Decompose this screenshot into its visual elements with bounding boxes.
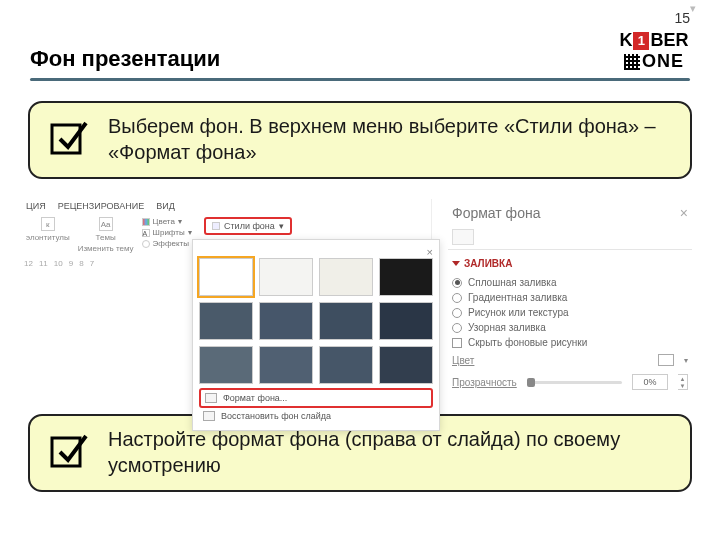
fill-option-label: Узорная заливка (468, 322, 546, 333)
radio-icon (452, 293, 462, 303)
style-thumbnail (379, 258, 433, 296)
fill-option: Рисунок или текстура (448, 305, 692, 320)
fonts-label: Шрифты (153, 228, 185, 237)
format-background-item-highlight: Формат фона... (199, 388, 433, 408)
logo: K 1 BER ONE (618, 30, 690, 72)
header-divider (30, 78, 690, 81)
ruler-tick: 9 (69, 259, 73, 268)
fill-option: Градиентная заливка (448, 290, 692, 305)
fill-option: Узорная заливка (448, 320, 692, 335)
transparency-slider (527, 381, 622, 384)
radio-selected-icon (452, 278, 462, 288)
ribbon-tabs: ЦИЯ РЕЦЕНЗИРОВАНИЕ ВИД (22, 199, 431, 215)
style-thumbnail (259, 302, 313, 340)
caret-down-icon (452, 261, 460, 266)
fill-option-label: Градиентная заливка (468, 292, 567, 303)
style-thumbnail (199, 302, 253, 340)
restore-bg-label: Восстановить фон слайда (221, 411, 331, 421)
effects-icon (142, 240, 150, 248)
ruler-tick: 10 (54, 259, 63, 268)
powerpoint-ribbon-screenshot: ЦИЯ РЕЦЕНЗИРОВАНИЕ ВИД к элонтитулы Aa Т… (22, 199, 432, 394)
pin-icon: ▾ (690, 2, 696, 15)
fill-option: Сплошная заливка (448, 275, 692, 290)
style-thumbnail (199, 346, 253, 384)
callout-1-text: Выберем фон. В верхнем меню выберите «Ст… (108, 113, 672, 165)
style-thumbnail (379, 346, 433, 384)
ribbon-block: к элонтитулы (26, 217, 70, 242)
themes-label: Темы (96, 233, 116, 242)
variant-options: Цвета▾ AШрифты▾ Эффекты▾ (142, 217, 196, 248)
fill-tool-icon (452, 229, 474, 245)
themes-block: Aa Темы Изменить тему (78, 217, 134, 253)
checkbox-checked-icon (48, 430, 88, 470)
ruler-tick: 7 (90, 259, 94, 268)
color-row: Цвет ▾ (448, 350, 692, 370)
pane-title: Формат фона (452, 205, 540, 221)
chevron-down-icon: ▾ (279, 221, 284, 231)
format-bg-icon (205, 393, 217, 403)
colors-label: Цвета (153, 217, 175, 226)
logo-badge-1: 1 (633, 32, 649, 50)
ribbon-tab: ВИД (156, 201, 175, 211)
ribbon-tab: РЕЦЕНЗИРОВАНИЕ (58, 201, 145, 211)
dropdown-close: × (199, 246, 433, 258)
style-thumbnail (259, 346, 313, 384)
format-bg-label: Формат фона... (223, 393, 287, 403)
fonts-icon: A (142, 229, 150, 237)
logo-ber: BER (650, 30, 688, 51)
colontitle-icon: к (41, 217, 55, 231)
header: Фон презентации K 1 BER ONE (0, 0, 720, 78)
page-number: 15 (674, 10, 690, 26)
hide-bg-checkbox: Скрыть фоновые рисунки (448, 335, 692, 350)
slider-thumb-icon (527, 378, 535, 387)
color-label: Цвет (452, 355, 474, 366)
style-thumbnail (319, 346, 373, 384)
page-title: Фон презентации (30, 46, 220, 72)
transparency-label: Прозрачность (452, 377, 517, 388)
fill-option-label: Сплошная заливка (468, 277, 556, 288)
spinner-icon: ▲▼ (678, 374, 688, 390)
ruler-tick: 8 (79, 259, 83, 268)
pane-section-header: ЗАЛИВКА (448, 256, 692, 275)
style-thumbnail (199, 258, 253, 296)
radio-icon (452, 323, 462, 333)
illustration-row: ЦИЯ РЕЦЕНЗИРОВАНИЕ ВИД к элонтитулы Aa Т… (0, 199, 720, 394)
ruler-tick: 12 (24, 259, 33, 268)
callout-2-text: Настройте формат фона (справа от слайда)… (108, 426, 672, 478)
ruler-tick: 11 (39, 259, 48, 268)
themes-aa-icon: Aa (99, 217, 113, 231)
restore-bg-icon (203, 411, 215, 421)
chevron-down-icon: ▾ (684, 356, 688, 365)
pane-divider (448, 249, 692, 250)
effects-label: Эффекты (153, 239, 189, 248)
callout-1: Выберем фон. В верхнем меню выберите «Ст… (28, 101, 692, 179)
change-theme-label: Изменить тему (78, 244, 134, 253)
colors-icon (142, 218, 150, 226)
style-thumbnail (319, 302, 373, 340)
pane-section-label: ЗАЛИВКА (464, 258, 512, 269)
qr-icon (624, 54, 640, 70)
checkbox-icon (452, 338, 462, 348)
colontitle-label: элонтитулы (26, 233, 70, 242)
bg-styles-label: Стили фона (224, 221, 275, 231)
radio-icon (452, 308, 462, 318)
logo-letter-k: K (619, 30, 632, 51)
hide-bg-label: Скрыть фоновые рисунки (468, 337, 587, 348)
background-styles-button-highlight: Стили фона ▾ (204, 217, 292, 235)
bg-styles-icon (212, 222, 220, 230)
logo-one: ONE (642, 51, 684, 72)
style-thumbnail (259, 258, 313, 296)
style-grid (199, 258, 433, 384)
transparency-value: 0% (632, 374, 668, 390)
style-thumbnail (379, 302, 433, 340)
format-background-pane: Формат фона ▾ × ЗАЛИВКА Сплошная заливка… (448, 199, 698, 394)
style-thumbnail (319, 258, 373, 296)
color-swatch-icon (658, 354, 674, 366)
checkbox-checked-icon (48, 117, 88, 157)
background-styles-dropdown: × Формат фона... Восстановить фон слайда (192, 239, 440, 431)
transparency-row: Прозрачность 0% ▲▼ (448, 370, 692, 394)
fill-option-label: Рисунок или текстура (468, 307, 569, 318)
close-icon: × (680, 205, 688, 221)
ribbon-tab: ЦИЯ (26, 201, 46, 211)
restore-background-item: Восстановить фон слайда (199, 408, 433, 424)
